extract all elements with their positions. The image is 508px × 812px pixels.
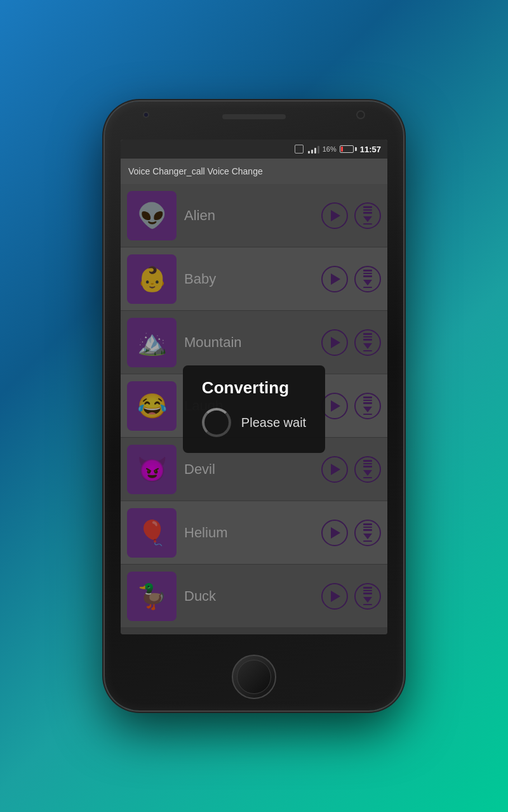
status-icons: 16% 11:57 (293, 145, 381, 154)
status-bar: 16% 11:57 (121, 140, 387, 159)
speaker-grille (222, 114, 286, 119)
camera (356, 110, 365, 119)
app-title-bar: Voice Changer_call Voice Change (121, 159, 387, 184)
converting-overlay: Converting Please wait (121, 184, 387, 634)
please-wait-text: Please wait (241, 416, 306, 430)
converting-body: Please wait (202, 408, 306, 437)
phone-screen: 16% 11:57 Voice Changer_call Voice Chang… (121, 140, 387, 634)
signal-bars (308, 145, 319, 154)
status-time: 11:57 (360, 145, 381, 154)
voice-list-container: 👽 Alien (121, 184, 387, 634)
app-title: Voice Changer_call Voice Change (128, 166, 263, 176)
phone-home-button-area (105, 634, 403, 704)
battery-percent: 16% (323, 145, 337, 153)
converting-title: Converting (202, 378, 289, 398)
notification-icon (293, 145, 305, 154)
phone-top-bar (105, 102, 403, 140)
converting-dialog: Converting Please wait (183, 365, 325, 453)
home-button-inner (237, 660, 271, 694)
front-camera (143, 112, 149, 118)
physical-home-button[interactable] (232, 655, 276, 699)
loading-spinner (202, 408, 231, 437)
battery-icon (340, 145, 357, 153)
phone-device: 16% 11:57 Voice Changer_call Voice Chang… (105, 102, 403, 710)
